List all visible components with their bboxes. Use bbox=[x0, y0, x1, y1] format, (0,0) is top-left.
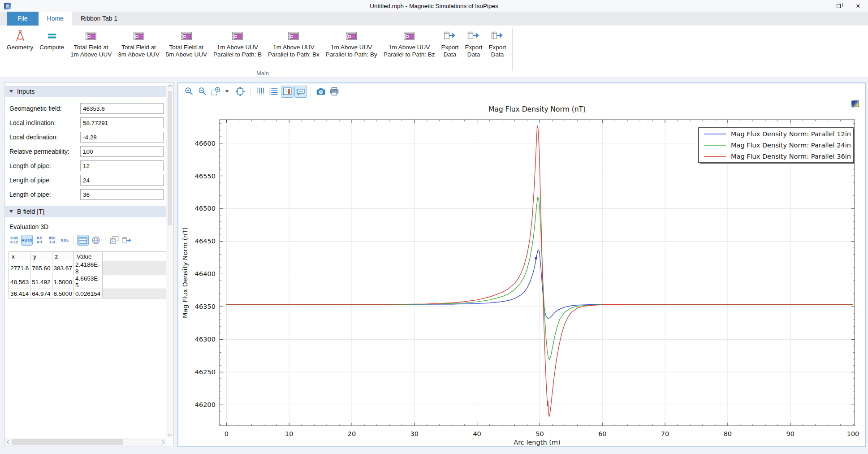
scroll-left-icon[interactable] bbox=[7, 440, 11, 444]
col-value[interactable]: Value bbox=[73, 252, 102, 261]
compute-button[interactable]: Compute bbox=[36, 28, 67, 52]
window-title: Untitled.mph - Magnetic Simulations of I… bbox=[0, 3, 868, 9]
pipe-length-24-input[interactable] bbox=[80, 175, 164, 186]
close-button[interactable]: ✕ bbox=[848, 0, 868, 12]
print-button[interactable] bbox=[328, 86, 341, 98]
precision-8-85e-12-button[interactable]: 8.85 e-12 bbox=[9, 235, 20, 246]
svg-text:Mag Flux Density Norm (nT): Mag Flux Density Norm (nT) bbox=[488, 105, 586, 113]
pipe-length-12-input[interactable] bbox=[80, 160, 164, 171]
ribbon-group-label: Main bbox=[0, 70, 525, 77]
geomagnetic-field-input[interactable] bbox=[80, 103, 164, 114]
plot-svg[interactable]: 0102030405060708090100462004625046300463… bbox=[178, 99, 865, 446]
tab-file[interactable]: File bbox=[7, 12, 39, 26]
total-field-1m-button[interactable]: Total Field at 1m Above UUV bbox=[67, 28, 115, 59]
plot-window-icon bbox=[181, 28, 192, 43]
parallel-path-bx-button[interactable]: 1m Above UUV Parallel to Path: Bx bbox=[265, 28, 323, 59]
precision-850e-3-button[interactable]: 850 e-3 bbox=[47, 235, 58, 246]
export-table-icon bbox=[122, 235, 133, 246]
svg-text:46500: 46500 bbox=[195, 205, 216, 212]
svg-text:46350: 46350 bbox=[195, 303, 216, 310]
geometry-button[interactable]: Geometry bbox=[4, 28, 36, 52]
plot-window-icon bbox=[288, 28, 299, 43]
export-data-button-2[interactable]: Export Data bbox=[462, 28, 485, 59]
scroll-down-icon[interactable] bbox=[168, 432, 172, 437]
x-axis-grid-button[interactable] bbox=[268, 86, 280, 98]
col-x[interactable]: x bbox=[9, 252, 30, 261]
pipe-length-36-input[interactable] bbox=[80, 189, 164, 200]
svg-text:Arc length (m): Arc length (m) bbox=[514, 439, 560, 446]
parallel-path-bz-button[interactable]: 1m Above UUV Parallel to Path: Bz bbox=[380, 28, 438, 59]
parallel-path-b-button[interactable]: 1m Above UUV Parallel to Path: B bbox=[210, 28, 265, 59]
svg-text:Mag Flux Density Norm: Paralle: Mag Flux Density Norm: Parallel 36in bbox=[731, 153, 851, 160]
tab-ribbon-tab-1[interactable]: Ribbon Tab 1 bbox=[72, 12, 126, 26]
minimize-button[interactable] bbox=[809, 0, 829, 12]
evaluation-3d-label: Evaluation 3D bbox=[9, 223, 166, 230]
close-icon: ✕ bbox=[856, 3, 861, 9]
print-icon bbox=[329, 86, 340, 97]
inputs-section-title: Inputs bbox=[17, 88, 35, 95]
tooltip-toggle-button[interactable] bbox=[294, 86, 307, 98]
local-inclination-input[interactable] bbox=[80, 117, 164, 128]
col-y[interactable]: y bbox=[30, 252, 52, 261]
total-field-3m-button[interactable]: Total Field at 3m Above UUV bbox=[115, 28, 162, 59]
full-precision-button[interactable] bbox=[90, 235, 102, 246]
zoom-box-button[interactable] bbox=[210, 86, 222, 98]
svg-text:50: 50 bbox=[535, 430, 544, 437]
vertical-scrollbar[interactable] bbox=[166, 83, 173, 438]
inputs-section-header[interactable]: Inputs bbox=[5, 86, 166, 97]
horizontal-scroll-thumb[interactable] bbox=[12, 439, 123, 445]
table-view-button[interactable] bbox=[77, 235, 89, 246]
ribbon: Geometry Compute Total Field at 1m Above… bbox=[0, 26, 868, 78]
main-area: Inputs Geomagnetic field: Local inclinat… bbox=[0, 78, 868, 454]
zoom-extents-button[interactable] bbox=[234, 86, 246, 98]
col-z[interactable]: z bbox=[52, 252, 73, 261]
export-table-button[interactable] bbox=[121, 235, 133, 246]
tab-home[interactable]: Home bbox=[39, 12, 72, 26]
snapshot-button[interactable] bbox=[315, 86, 327, 98]
svg-text:Mag Flux Density Norm: Paralle: Mag Flux Density Norm: Parallel 12in bbox=[731, 130, 851, 138]
plot-area[interactable]: 0102030405060708090100462004625046300463… bbox=[178, 99, 865, 446]
y-axis-grid-button[interactable] bbox=[254, 86, 267, 98]
copy-table-button[interactable] bbox=[108, 235, 120, 246]
copy-table-icon bbox=[109, 235, 120, 246]
scroll-right-icon[interactable] bbox=[160, 440, 165, 444]
precision-8-5e-1-button[interactable]: 8.5 e-1 bbox=[34, 235, 45, 246]
plot-window-mini-icon bbox=[851, 100, 859, 107]
vertical-scroll-thumb[interactable] bbox=[168, 91, 172, 225]
zoom-box-icon bbox=[211, 86, 221, 97]
svg-text:20: 20 bbox=[348, 430, 356, 437]
precision-auto-button[interactable]: AUTO bbox=[21, 235, 33, 246]
scroll-up-icon[interactable] bbox=[168, 85, 172, 89]
relative-permeability-input[interactable] bbox=[80, 146, 164, 157]
local-inclination-label: Local inclination: bbox=[9, 119, 80, 126]
total-field-5m-button[interactable]: Total Field at 5m Above UUV bbox=[163, 28, 210, 59]
field-row: Local declination: bbox=[9, 131, 166, 143]
table-icon bbox=[78, 235, 88, 246]
plot-window-icon bbox=[85, 28, 97, 43]
svg-text:70: 70 bbox=[661, 430, 669, 437]
export-data-button-3[interactable]: Export Data bbox=[486, 28, 510, 59]
export-data-icon bbox=[491, 28, 504, 43]
parallel-path-by-button[interactable]: 1m Above UUV Parallel to Path: By bbox=[323, 28, 380, 59]
export-data-icon bbox=[467, 28, 480, 43]
precision-0-85-button[interactable]: 0.85 bbox=[59, 235, 70, 246]
bfield-section-header[interactable]: B field [T] bbox=[5, 206, 166, 217]
plot-window-icon bbox=[133, 28, 145, 43]
zoom-in-button[interactable] bbox=[183, 86, 195, 98]
export-data-button-1[interactable]: Export Data bbox=[438, 28, 462, 59]
titlebar: Untitled.mph - Magnetic Simulations of I… bbox=[0, 0, 868, 12]
relative-permeability-label: Relative permeability: bbox=[9, 148, 80, 155]
svg-text:40: 40 bbox=[473, 430, 481, 437]
x-grid-icon bbox=[268, 86, 279, 97]
collapse-triangle-icon bbox=[9, 210, 13, 213]
chevron-down-icon bbox=[225, 90, 229, 93]
local-declination-input[interactable] bbox=[80, 132, 164, 143]
svg-text:30: 30 bbox=[410, 430, 419, 437]
restore-button[interactable] bbox=[829, 0, 848, 12]
horizontal-scrollbar[interactable] bbox=[5, 438, 166, 446]
pipe-length-12-label: Length of pipe: bbox=[9, 162, 80, 169]
zoom-box-dropdown[interactable] bbox=[223, 86, 230, 98]
zoom-out-button[interactable] bbox=[196, 86, 209, 98]
zoom-out-icon bbox=[197, 86, 208, 97]
legend-toggle-button[interactable] bbox=[281, 86, 294, 98]
